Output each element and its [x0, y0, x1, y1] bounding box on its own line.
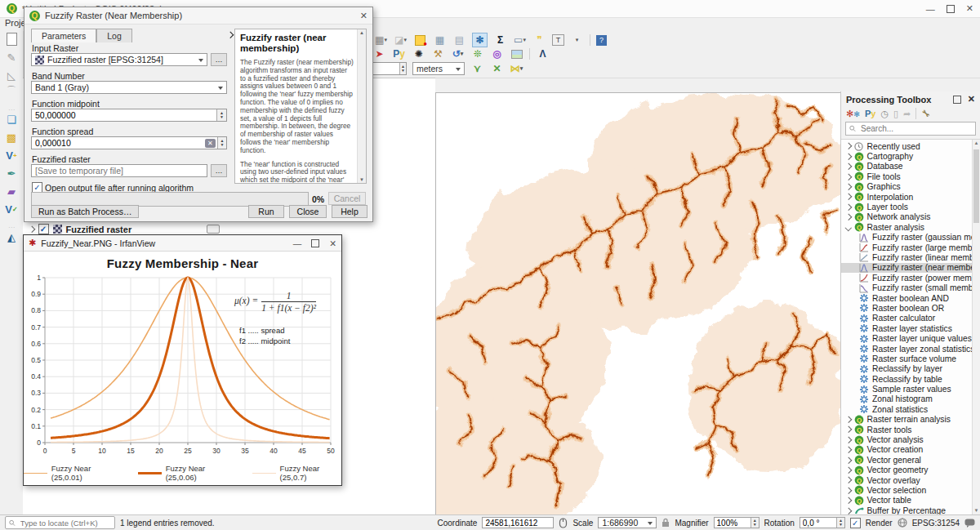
georeferencer-icon[interactable]	[510, 47, 523, 60]
options-wrench-icon[interactable]: 🔧︎	[921, 109, 930, 118]
expand-icon[interactable]	[845, 507, 852, 514]
toolbox-item-raster-terrain-analysis[interactable]: QRaster terrain analysis	[841, 415, 980, 425]
expand-icon[interactable]	[845, 154, 852, 160]
run-button[interactable]: Run	[248, 205, 284, 218]
toolbox-item-recently-used[interactable]: Recently used	[841, 141, 980, 151]
layer-visibility-checkbox[interactable]: ✓	[38, 224, 49, 234]
expand-icon[interactable]	[845, 194, 852, 200]
toolbox-item-fuzzify-raster-linear-membership[interactable]: Fuzzify raster (linear membership)	[841, 252, 980, 262]
toolbox-search-input[interactable]	[859, 123, 972, 134]
expand-icon[interactable]	[845, 214, 852, 220]
new-shapefile-layer-icon[interactable]: ▩	[2, 129, 20, 145]
results-viewer-icon[interactable]: ▯	[893, 109, 898, 119]
close-button[interactable]: ✕	[966, 3, 973, 14]
toolbox-item-database[interactable]: QDatabase	[841, 162, 980, 171]
toolbox-item-raster-layer-zonal-statistics[interactable]: Raster layer zonal statistics	[841, 344, 980, 354]
plugin-bug-icon[interactable]: ✺	[412, 47, 425, 60]
expand-icon[interactable]	[845, 467, 852, 474]
minimize-button[interactable]: —	[293, 238, 302, 248]
lambda-plugin-icon[interactable]: Λ	[536, 47, 550, 60]
new-project-icon[interactable]	[2, 31, 20, 47]
text-annotation-icon[interactable]: T	[552, 34, 564, 46]
expand-icon[interactable]	[845, 437, 852, 443]
toolbox-item-vector-geometry[interactable]: QVector geometry	[841, 465, 980, 475]
toolbox-float-button[interactable]	[953, 96, 961, 104]
models-icon[interactable]: ✻✻	[846, 109, 860, 119]
toolbox-item-reclassify-by-layer[interactable]: Reclassify by layer	[841, 364, 980, 374]
toolbox-item-raster-tools[interactable]: QRaster tools	[841, 425, 980, 434]
toolbox-search[interactable]	[845, 122, 976, 136]
data-source-manager-icon[interactable]: ◭	[2, 229, 20, 245]
new-mesh-layer-icon[interactable]: ▰	[2, 183, 20, 199]
expand-icon[interactable]	[845, 184, 852, 190]
deselect-icon[interactable]: ◪▾	[394, 33, 408, 47]
render-checkbox[interactable]: ✓	[850, 518, 861, 528]
python-scripts-icon[interactable]: Py	[865, 109, 875, 118]
ruler-icon[interactable]: ◺	[2, 67, 20, 83]
toolbox-item-vector-selection[interactable]: QVector selection	[841, 485, 980, 495]
map-tips-icon[interactable]: ❞	[532, 33, 546, 47]
input-raster-browse-button[interactable]: …	[211, 53, 227, 66]
help-button[interactable]: Help	[332, 205, 368, 218]
tolerance-spinner[interactable]: ▲▼	[372, 62, 407, 75]
toolbox-item-raster-surface-volume[interactable]: Raster surface volume	[841, 354, 980, 363]
tab-log[interactable]: Log	[96, 29, 132, 42]
toolbox-item-fuzzify-raster-near-membership[interactable]: Fuzzify raster (near membership)	[841, 263, 980, 273]
dialog-close-button[interactable]: ✕	[360, 11, 368, 21]
close-button[interactable]: ✕	[329, 238, 336, 248]
statistics-icon[interactable]: Σ	[493, 33, 507, 47]
locate-box[interactable]	[5, 516, 115, 529]
edit-pencil-icon[interactable]: ✎	[2, 49, 20, 65]
measure-icon[interactable]: ▭▾	[513, 33, 527, 47]
toolbox-item-zonal-histogram[interactable]: Zonal histogram	[841, 394, 980, 404]
toolbox-close-button[interactable]: ✕	[968, 94, 975, 105]
toolbox-item-interpolation[interactable]: QInterpolation	[841, 192, 980, 202]
history-icon[interactable]: ◷	[880, 109, 889, 119]
expand-icon[interactable]	[845, 163, 852, 170]
lock-icon[interactable]	[662, 518, 670, 528]
batch-process-button[interactable]: Run as Batch Process…	[31, 205, 139, 218]
menu-project[interactable]: Proje	[5, 18, 26, 28]
output-file-field[interactable]	[31, 164, 207, 177]
toolbox-item-vector-creation[interactable]: QVector creation	[841, 445, 980, 455]
help-scrollbar[interactable]: ▲ ▼	[357, 29, 366, 183]
new-vector-layer-icon[interactable]: V+	[2, 147, 20, 163]
messages-icon[interactable]	[964, 519, 975, 528]
expand-icon[interactable]	[845, 143, 852, 149]
expand-icon[interactable]	[845, 173, 852, 180]
toolbox-item-raster-boolean-or[interactable]: Raster boolean OR	[841, 303, 980, 313]
rotation-spinner[interactable]: ▲▼	[800, 517, 845, 528]
coordinate-field[interactable]	[482, 517, 554, 528]
locate-input[interactable]	[19, 518, 111, 528]
toolbox-item-layer-tools[interactable]: QLayer tools	[841, 202, 980, 212]
toolbox-item-vector-table[interactable]: QVector table	[841, 496, 980, 506]
expand-icon[interactable]	[845, 457, 852, 463]
maximize-button[interactable]	[311, 239, 319, 247]
toolbox-item-vector-analysis[interactable]: QVector analysis	[841, 434, 980, 444]
map-canvas[interactable]	[435, 92, 840, 515]
toolbox-item-vector-overlay[interactable]: QVector overlay	[841, 475, 980, 485]
close-button[interactable]: Close	[289, 205, 327, 218]
help-collapse-icon[interactable]	[227, 32, 234, 38]
spread-spinner[interactable]: ✕ ▲▼	[31, 136, 227, 149]
toolbox-item-raster-layer-unique-values-report[interactable]: Raster layer unique values report	[841, 333, 980, 343]
expand-icon[interactable]	[845, 416, 852, 423]
refresh-icon[interactable]: ↺▾	[451, 47, 465, 60]
build-tools-icon[interactable]: ⚒	[431, 47, 445, 60]
snapping-k-icon[interactable]: ⋈▾	[510, 62, 523, 75]
toolbox-item-zonal-statistics[interactable]: Zonal statistics	[841, 404, 980, 414]
toolbox-item-fuzzify-raster-power-membership[interactable]: Fuzzify raster (power membership)	[841, 273, 980, 283]
edits-icon[interactable]: ●	[413, 33, 427, 47]
green-plugin-icon[interactable]: ❊	[470, 47, 484, 60]
expand-icon[interactable]	[845, 224, 852, 230]
python-console-icon[interactable]: Py	[392, 47, 406, 60]
attribute-table-icon[interactable]: ▦	[433, 33, 447, 47]
expand-icon[interactable]	[845, 477, 852, 483]
toolbox-item-reclassify-by-table[interactable]: Reclassify by table	[841, 374, 980, 384]
output-browse-button[interactable]: …	[211, 164, 227, 177]
toolbox-item-file-tools[interactable]: QFile tools	[841, 171, 980, 181]
toolbox-item-fuzzify-raster-small-membership[interactable]: Fuzzify raster (small membership)	[841, 283, 980, 292]
units-combo[interactable]: meters	[412, 62, 465, 75]
midpoint-spinner[interactable]: ▲▼	[31, 109, 227, 122]
toolbox-item-fuzzify-raster-gaussian-membership[interactable]: Fuzzify raster (gaussian membership)	[841, 233, 980, 243]
